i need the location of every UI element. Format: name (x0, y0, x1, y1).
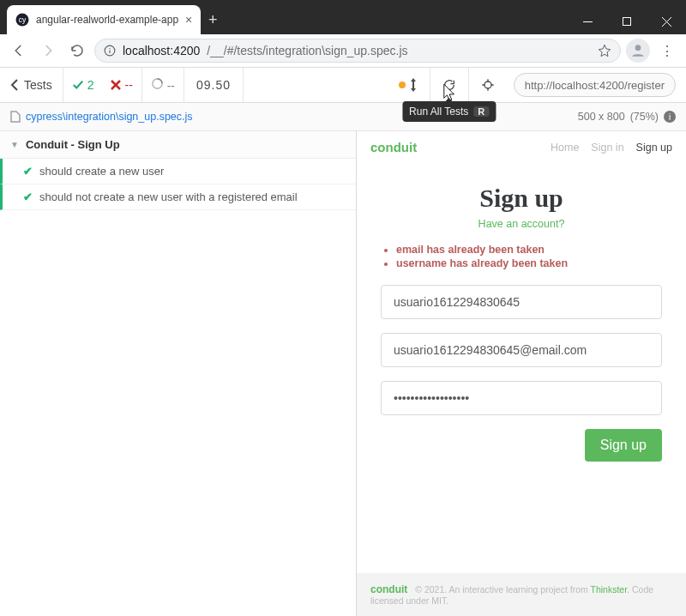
error-item: email has already been taken (396, 244, 662, 256)
nav-signup[interactable]: Sign up (636, 142, 672, 154)
bookmark-icon[interactable] (598, 44, 611, 57)
email-input[interactable] (381, 333, 662, 367)
suite-header[interactable]: ▼ Conduit - Sign Up (0, 131, 356, 159)
spec-header-row: cypress\integration\sign_up.spec.js 500 … (0, 103, 686, 131)
page-heading: Sign up (357, 184, 686, 213)
url-host: localhost:4200 (123, 44, 200, 57)
viewport-info[interactable]: 500 x 800 (75%) i (578, 111, 676, 123)
svg-point-5 (635, 45, 641, 51)
file-icon (10, 111, 21, 123)
close-tab-icon[interactable]: × (185, 13, 192, 27)
info-icon (104, 45, 116, 57)
svg-text:cy: cy (19, 15, 27, 24)
browser-tab[interactable]: cy angular-realworld-example-app × (7, 5, 201, 34)
check-icon (72, 79, 84, 91)
browser-menu-button[interactable]: ⋮ (655, 43, 679, 59)
info-badge-icon: i (664, 111, 676, 123)
main-split: ▼ Conduit - Sign Up ✔ should create a ne… (0, 131, 686, 616)
profile-button[interactable] (626, 39, 650, 63)
status-dot-icon (399, 82, 406, 88)
svg-point-7 (484, 82, 491, 88)
minimize-button[interactable] (568, 9, 607, 34)
app-url-display: http://localhost:4200/register (514, 73, 676, 97)
tests-label: Tests (24, 78, 52, 92)
failed-count: -- (102, 78, 141, 92)
svg-rect-2 (623, 18, 631, 26)
app-navbar: conduit Home Sign in Sign up (357, 131, 686, 163)
error-item: username has already been taken (396, 257, 662, 269)
error-list: email has already been taken username ha… (381, 244, 662, 271)
reload-button[interactable] (65, 39, 89, 63)
password-input[interactable] (381, 381, 662, 415)
username-input[interactable] (381, 285, 662, 319)
pending-spinner: -- (142, 77, 184, 93)
spec-path[interactable]: cypress\integration\sign_up.spec.js (10, 111, 193, 123)
reporter-panel: ▼ Conduit - Sign Up ✔ should create a ne… (0, 131, 357, 616)
check-icon: ✔ (23, 165, 33, 178)
test-row[interactable]: ✔ should create a new user (0, 159, 356, 184)
caret-down-icon: ▼ (10, 140, 19, 149)
tab-title: angular-realworld-example-app (36, 14, 178, 26)
nav-home[interactable]: Home (551, 142, 579, 154)
footer-brand[interactable]: conduit (370, 583, 407, 595)
close-window-button[interactable] (647, 9, 686, 34)
test-row[interactable]: ✔ should not create a new user with a re… (0, 184, 356, 210)
auto-scroll-toggle[interactable] (387, 78, 430, 92)
check-icon: ✔ (23, 190, 33, 203)
app-preview: conduit Home Sign in Sign up Sign up Hav… (357, 131, 686, 616)
browser-titlebar: cy angular-realworld-example-app × + (0, 0, 686, 34)
maximize-button[interactable] (607, 9, 647, 34)
spinner-icon (151, 77, 164, 90)
new-tab-button[interactable]: + (201, 5, 225, 34)
duration: 09.50 (184, 78, 243, 92)
refresh-icon (442, 78, 456, 92)
cypress-toolbar: Tests 2 -- -- 09.50 Run All Tests R (0, 68, 686, 103)
x-icon (111, 80, 121, 90)
address-bar: localhost:4200/__/#/tests/integration\si… (0, 34, 686, 68)
chevron-left-icon (10, 79, 19, 91)
window-controls (568, 9, 686, 34)
nav-signin[interactable]: Sign in (591, 142, 623, 154)
run-all-tooltip: Run All Tests R (402, 101, 496, 122)
url-path: /__/#/tests/integration\sign_up.spec.js (207, 44, 407, 57)
omnibox[interactable]: localhost:4200/__/#/tests/integration\si… (94, 39, 621, 63)
tests-back-button[interactable]: Tests (0, 78, 63, 92)
passed-count: 2 (63, 78, 103, 92)
footer-thinkster-link[interactable]: Thinkster (591, 584, 628, 595)
run-all-tests-button[interactable]: Run All Tests R (430, 68, 468, 102)
shortcut-key: R (473, 106, 489, 117)
svg-point-4 (109, 48, 110, 49)
have-account-link[interactable]: Have an account? (357, 218, 686, 230)
brand-logo[interactable]: conduit (370, 140, 417, 154)
app-footer: conduit © 2021. An interactive learning … (357, 573, 686, 616)
cypress-favicon-icon: cy (15, 13, 29, 27)
app-preview-panel: conduit Home Sign in Sign up Sign up Hav… (357, 131, 686, 616)
resize-vertical-icon (409, 78, 418, 92)
crosshair-icon (481, 78, 495, 92)
signup-button[interactable]: Sign up (585, 429, 662, 462)
forward-button[interactable] (36, 39, 60, 63)
selector-playground-button[interactable] (469, 68, 507, 102)
back-button[interactable] (7, 39, 31, 63)
